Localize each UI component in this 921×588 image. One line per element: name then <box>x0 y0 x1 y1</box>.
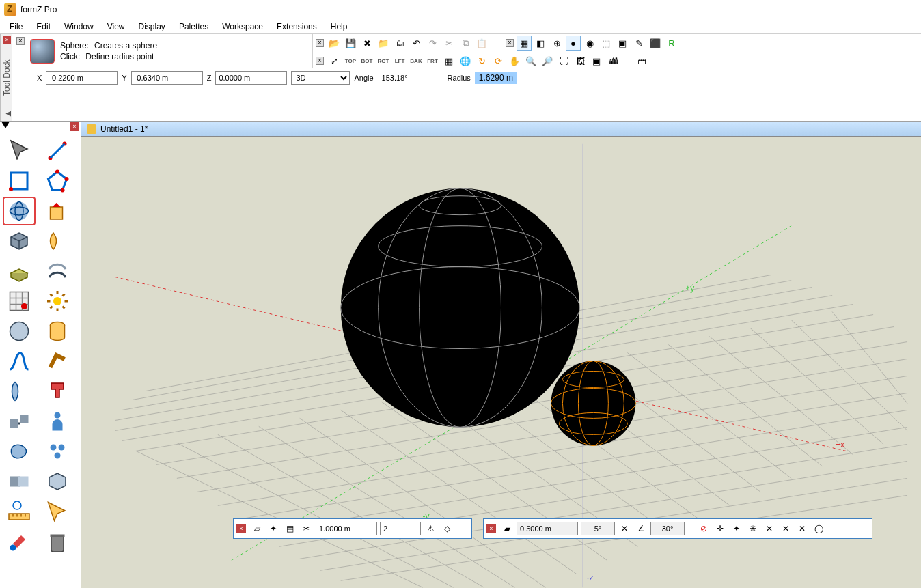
snap-palette[interactable]: × ▰ ✕ ∠ ⊘ ✛ ✦ ✳ ✕ ✕ ✕ ◯ <box>483 518 872 539</box>
menu-workspace[interactable]: Workspace <box>215 20 270 33</box>
tool-cube2[interactable] <box>41 467 74 496</box>
grid-palette-close-icon[interactable]: × <box>236 524 246 533</box>
tool-revolve[interactable] <box>41 227 74 255</box>
redo-icon[interactable]: ↷ <box>425 36 440 51</box>
shaded-view-icon[interactable]: ◧ <box>533 36 548 51</box>
toolbar-file-close-icon[interactable]: × <box>316 39 324 47</box>
tool-cube[interactable] <box>3 227 36 255</box>
tool-measure[interactable] <box>3 497 36 526</box>
box2-render-icon[interactable]: ▣ <box>615 36 630 51</box>
snap-palette-close-icon[interactable]: × <box>486 524 496 533</box>
menu-file[interactable]: File <box>3 20 29 33</box>
grid-plane-icon[interactable]: ▱ <box>250 522 264 535</box>
toolbar-render-close-icon[interactable]: × <box>506 39 514 47</box>
snap-perp-icon[interactable]: ✕ <box>795 522 809 535</box>
fit-icon[interactable]: ⛶ <box>556 53 571 68</box>
grid-spacing-palette[interactable]: × ▱ ✦ ▤ ✂ ⚠ ◇ <box>233 518 472 539</box>
tool-blob[interactable] <box>3 437 36 466</box>
tool-extrude[interactable] <box>3 257 36 285</box>
menu-view[interactable]: View <box>100 20 132 33</box>
zoom-icon[interactable]: 🔍 <box>523 53 538 68</box>
layers-icon[interactable]: 🗃 <box>634 53 649 68</box>
tool-line[interactable] <box>41 137 74 165</box>
tool-cylinder[interactable] <box>41 317 74 346</box>
menu-edit[interactable]: Edit <box>29 20 57 33</box>
render-r-icon[interactable]: R <box>664 36 679 51</box>
snap-angle-input[interactable] <box>581 522 615 535</box>
tool-curve[interactable] <box>3 347 36 376</box>
pen-icon[interactable]: ✎ <box>631 36 646 51</box>
render-img-icon[interactable]: 🖼 <box>573 53 588 68</box>
tool-hint-close-icon[interactable]: × <box>16 37 25 45</box>
view-frt-icon[interactable]: FRT <box>425 53 440 68</box>
palette-expand-icon[interactable] <box>1 122 10 128</box>
axis-icon[interactable]: ⤢ <box>327 53 342 68</box>
open-folder-icon[interactable]: 📂 <box>327 36 342 51</box>
zoom2-icon[interactable]: 🔎 <box>540 53 555 68</box>
grid-divide-icon[interactable]: ▤ <box>283 522 297 535</box>
document-tab[interactable]: Untitled1 - 1* <box>81 122 921 137</box>
snap-grid-input[interactable] <box>517 522 578 535</box>
snap-end-icon[interactable]: ✛ <box>713 522 727 535</box>
tool-clamp[interactable] <box>41 377 74 406</box>
undo-icon[interactable]: ↶ <box>409 36 424 51</box>
menu-extensions[interactable]: Extensions <box>270 20 324 33</box>
view-rgt-icon[interactable]: RGT <box>376 53 391 68</box>
tool-pipe[interactable] <box>41 347 74 376</box>
radius-value[interactable]: 1.6290 m <box>475 72 517 84</box>
cut-icon[interactable]: ✂ <box>441 36 456 51</box>
palette-close-icon[interactable]: × <box>70 122 79 131</box>
z-input[interactable] <box>215 71 287 85</box>
grid-view-icon[interactable]: ▦ <box>517 36 532 51</box>
tool-hatch[interactable] <box>3 287 36 316</box>
snap-curve-icon[interactable]: ◯ <box>812 522 825 535</box>
grid-warn-icon[interactable]: ⚠ <box>424 522 437 535</box>
tool-arrow[interactable] <box>41 497 74 526</box>
tool-pushpull[interactable] <box>41 197 74 225</box>
wireframe-icon[interactable]: ⊕ <box>549 36 564 51</box>
grid-value-2-input[interactable] <box>380 522 421 535</box>
tool-person[interactable] <box>41 407 74 436</box>
box-render-icon[interactable]: ⬚ <box>599 36 614 51</box>
grid-cut-icon[interactable]: ✂ <box>299 522 313 535</box>
grid-erase-icon[interactable]: ◇ <box>440 522 454 535</box>
persp-icon[interactable]: ▦ <box>441 53 456 68</box>
tool-dock-strip[interactable]: × Tool Dock ▶ <box>0 34 12 121</box>
orbit-icon[interactable]: ⟳ <box>491 53 506 68</box>
snap-angle-icon[interactable]: ∠ <box>634 522 648 535</box>
pan-icon[interactable]: ✋ <box>507 53 522 68</box>
cube-icon[interactable]: ⬛ <box>648 36 663 51</box>
toolbar-view-close-icon[interactable]: × <box>316 57 324 65</box>
rotate-icon[interactable]: ↻ <box>474 53 489 68</box>
coord-mode-select[interactable]: 3D <box>291 71 350 85</box>
x-input[interactable] <box>46 71 118 85</box>
tool-lathe[interactable] <box>3 377 36 406</box>
grid-axis-icon[interactable]: ✦ <box>266 522 280 535</box>
sphere-render-icon[interactable]: ● <box>566 36 581 51</box>
tool-group[interactable] <box>41 437 74 466</box>
tool-assembly[interactable] <box>3 407 36 436</box>
folder-icon[interactable]: 📁 <box>376 36 391 51</box>
menu-display[interactable]: Display <box>132 20 172 33</box>
snap-mid-icon[interactable]: ✦ <box>730 522 743 535</box>
tool-pick[interactable] <box>3 137 36 165</box>
view-lft-icon[interactable]: LFT <box>392 53 407 68</box>
save-icon[interactable]: 💾 <box>343 36 358 51</box>
snap-center-icon[interactable]: ✳ <box>746 522 760 535</box>
tool-light[interactable] <box>41 287 74 316</box>
y-input[interactable] <box>131 71 203 85</box>
snap-rot-input[interactable] <box>650 522 685 535</box>
menu-window[interactable]: Window <box>57 20 100 33</box>
tool-paint[interactable] <box>3 527 36 556</box>
snap-plane-icon[interactable]: ▰ <box>500 522 514 535</box>
tool-trash[interactable] <box>41 527 74 556</box>
tool-polygon[interactable] <box>41 167 74 195</box>
snap-intersect-icon[interactable]: ✕ <box>762 522 776 535</box>
view-bak-icon[interactable]: BAK <box>409 53 424 68</box>
tool-dock-expand-icon[interactable]: ▶ <box>5 111 11 118</box>
globe-icon[interactable]: 🌐 <box>458 53 473 68</box>
snap-tangent-icon[interactable]: ✕ <box>779 522 793 535</box>
tool-loft[interactable] <box>41 257 74 285</box>
tool-round[interactable] <box>3 317 36 346</box>
snap-none-icon[interactable]: ⊘ <box>697 522 711 535</box>
